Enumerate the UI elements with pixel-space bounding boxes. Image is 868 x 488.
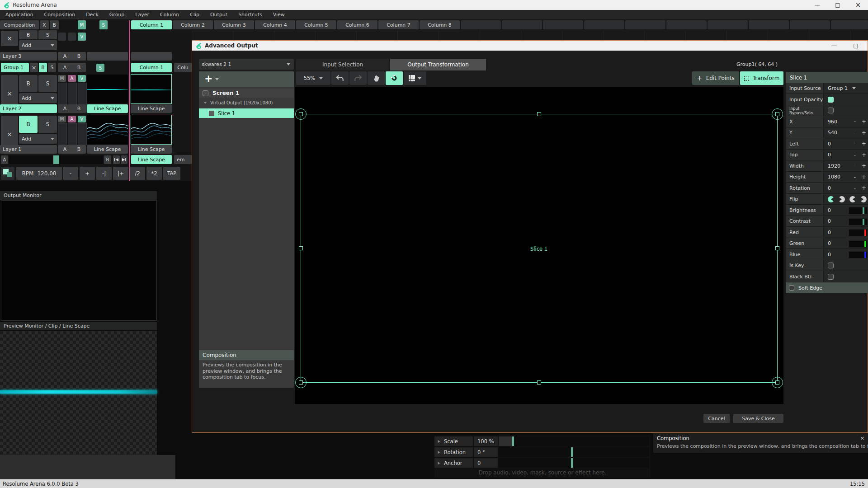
tree-item-virtual-output[interactable]: Virtual Output (868x488): [199, 99, 294, 107]
master-s-badge[interactable]: S: [99, 20, 108, 29]
slice-corner-handle[interactable]: [299, 112, 303, 116]
layer1-deck-ab[interactable]: AB: [58, 145, 86, 154]
rotation-value-cell[interactable]: 0 °: [474, 447, 498, 457]
prop-height-field[interactable]: 1080 - +: [824, 172, 868, 183]
increment-button[interactable]: +: [861, 118, 867, 125]
column-3-header[interactable]: Column 3: [214, 20, 254, 29]
layer1-blend-dropdown[interactable]: Add: [19, 134, 57, 144]
group1-deck-ab[interactable]: AB: [58, 63, 86, 72]
slice-edge-handle[interactable]: [537, 380, 541, 385]
expander-caret-icon[interactable]: [204, 102, 207, 103]
grid-options-button[interactable]: [404, 71, 426, 85]
prop-green-field[interactable]: 0: [824, 238, 868, 249]
decrement-button[interactable]: -: [852, 152, 858, 158]
prop-brightness-field[interactable]: 0: [824, 205, 868, 216]
tree-item-screen1[interactable]: Screen 1: [199, 89, 294, 98]
menu-application[interactable]: Application: [0, 12, 38, 18]
menu-view[interactable]: View: [268, 12, 290, 18]
layer1-solo-button[interactable]: S: [38, 116, 57, 133]
pan-tool-button[interactable]: [368, 71, 385, 85]
layer3-close-button[interactable]: ×: [1, 31, 18, 46]
input-bypass-checkbox[interactable]: [828, 108, 834, 113]
column-8-header[interactable]: Column 8: [420, 20, 460, 29]
scale-value-cell[interactable]: 100 %: [474, 436, 498, 446]
input-opacity-checkbox[interactable]: [828, 97, 834, 103]
layer2-deck-ab[interactable]: AB: [58, 104, 86, 113]
layer2-a-badge[interactable]: A: [68, 75, 76, 82]
group1-column2-header[interactable]: Colu: [174, 63, 192, 72]
group1-column1-header[interactable]: Column 1: [131, 63, 172, 72]
dialog-minimize-button[interactable]: —: [825, 41, 843, 51]
group1-s-badge[interactable]: S: [96, 64, 104, 72]
increment-button[interactable]: +: [861, 152, 867, 158]
screen1-checkbox[interactable]: [203, 90, 208, 96]
save-close-button[interactable]: Save & Close: [733, 414, 783, 423]
slice-edge-handle[interactable]: [299, 246, 303, 250]
column-5-header[interactable]: Column 5: [296, 20, 336, 29]
tree-item-slice1[interactable]: Slice 1: [199, 108, 294, 118]
prop-top-field[interactable]: 0 - +: [824, 150, 868, 160]
metronome-button[interactable]: [1, 167, 14, 180]
slider-handle[interactable]: [864, 252, 866, 258]
column-4-header[interactable]: Column 4: [255, 20, 295, 29]
add-menu-caret-icon[interactable]: [215, 78, 219, 80]
decrement-button[interactable]: -: [852, 174, 858, 180]
soft-edge-checkbox[interactable]: [789, 285, 794, 291]
prop-y-field[interactable]: 540 - +: [824, 127, 868, 138]
layer1-m-badge[interactable]: M: [58, 116, 66, 122]
layer3-v-badge[interactable]: V: [78, 33, 86, 41]
group1-close-button[interactable]: ×: [30, 63, 38, 72]
flip-horizontal-button[interactable]: [839, 196, 845, 202]
snap-tool-button[interactable]: [386, 71, 403, 85]
tooltip-close-icon[interactable]: ×: [860, 434, 865, 441]
red-slider[interactable]: [849, 229, 868, 236]
prop-left-field[interactable]: 0 - +: [824, 138, 868, 150]
increment-button[interactable]: +: [861, 163, 867, 169]
bpm-nudge-down-button[interactable]: -|: [96, 167, 112, 180]
blue-slider[interactable]: [849, 251, 868, 258]
slider-handle[interactable]: [864, 230, 866, 236]
bpm-tap-button[interactable]: TAP: [163, 167, 180, 180]
increment-button[interactable]: +: [861, 185, 867, 191]
menu-composition[interactable]: Composition: [38, 12, 80, 18]
edit-points-button[interactable]: + Edit Points: [692, 71, 739, 85]
slice-corner-handle[interactable]: [775, 380, 779, 385]
layer1-clip1-name[interactable]: Line Scape: [131, 145, 172, 154]
scale-slider-handle[interactable]: [512, 436, 514, 446]
is-key-checkbox[interactable]: [828, 263, 834, 268]
layer3-bypass-button[interactable]: B: [19, 30, 38, 39]
tab-output-transformation[interactable]: Output Transformation: [390, 59, 486, 70]
increment-button[interactable]: +: [861, 130, 867, 136]
bpm-nudge-up-button[interactable]: |+: [113, 167, 128, 180]
menu-shortcuts[interactable]: Shortcuts: [233, 12, 268, 18]
layer3-deck-ab[interactable]: AB: [58, 52, 86, 61]
brightness-slider[interactable]: [849, 207, 868, 214]
close-button[interactable]: ×: [849, 0, 867, 10]
rotation-slider-handle[interactable]: [571, 447, 573, 457]
column-7-header[interactable]: Column 7: [378, 20, 419, 29]
contrast-slider[interactable]: [849, 218, 868, 225]
column-6-header[interactable]: Column 6: [337, 20, 377, 29]
layer2-blend-dropdown[interactable]: Add: [19, 93, 57, 103]
layer2-m-badge[interactable]: M: [58, 75, 66, 82]
crossfader-track[interactable]: [9, 155, 103, 164]
scale-row-label[interactable]: Scale: [434, 436, 473, 446]
layer1-clip1-thumbnail[interactable]: [131, 115, 172, 145]
preset-dropdown[interactable]: skwares 2 1: [199, 59, 294, 70]
flip-both-button[interactable]: [860, 196, 867, 202]
layer3-blend-dropdown[interactable]: Add: [19, 40, 57, 50]
column-2-header[interactable]: Column 2: [173, 20, 213, 29]
composition-b-button[interactable]: B: [50, 20, 59, 29]
crossfader-b-button[interactable]: B: [104, 155, 111, 164]
crossfader-a-button[interactable]: A: [1, 155, 8, 164]
anchor-slider-handle[interactable]: [571, 458, 573, 468]
column-1-header[interactable]: Column 1: [131, 20, 172, 29]
composition-cell[interactable]: Composition: [0, 20, 39, 29]
layer1-active-clip-name[interactable]: Line Scape: [87, 145, 128, 154]
decrement-button[interactable]: -: [852, 130, 858, 136]
add-slice-button[interactable]: +: [199, 73, 215, 85]
dialog-maximize-button[interactable]: □: [847, 41, 865, 51]
menu-layer[interactable]: Layer: [130, 12, 155, 18]
prop-blue-field[interactable]: 0: [824, 249, 868, 260]
dialog-titlebar[interactable]: Advanced Output — □: [192, 41, 868, 51]
